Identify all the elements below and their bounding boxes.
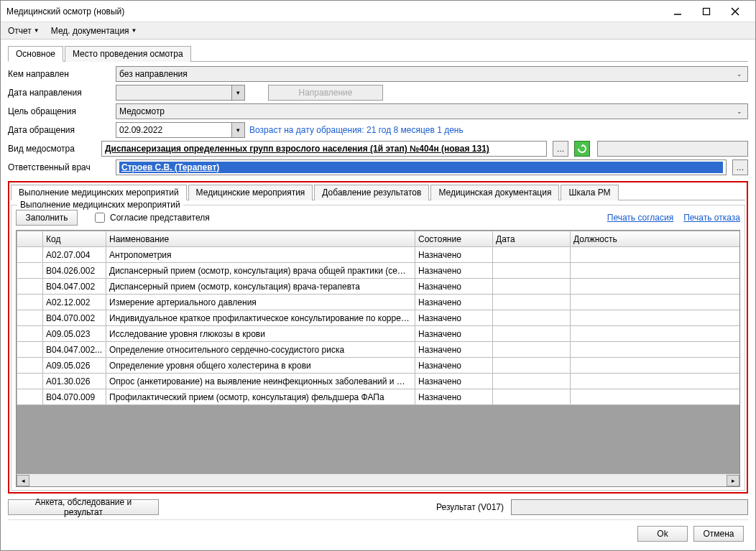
referral-button[interactable]: Направление [268, 85, 383, 101]
combo-doctor[interactable]: Строев С.В. (Терапевт) [116, 159, 727, 175]
tab-exec-events[interactable]: Выполнение медицинских мероприятий [11, 185, 187, 200]
table-row[interactable]: A09.05.026Определение уровня общего холе… [17, 358, 740, 374]
scroll-left-icon[interactable]: ◂ [17, 475, 29, 486]
combo-exam-type-text: Диспансеризация определенных групп взрос… [105, 144, 543, 154]
cell-position [571, 374, 740, 389]
label-exam-type: Вид медосмотра [8, 144, 101, 154]
calendar-dropdown-icon[interactable]: ▾ [231, 123, 244, 137]
tab-add-results[interactable]: Добавление результатов [314, 185, 429, 200]
consent-checkbox-wrap[interactable]: Согласие представителя [92, 210, 210, 225]
menu-report[interactable]: Отчет▼ [4, 24, 44, 37]
tab-place[interactable]: Место проведения осмотра [65, 46, 191, 62]
cell-code: A02.07.004 [43, 247, 106, 263]
cell-position [571, 295, 740, 310]
input-referral-date[interactable]: ▾ [116, 85, 245, 101]
row-marker [17, 358, 43, 374]
close-button[interactable] [721, 1, 750, 22]
col-name[interactable]: Наименование [106, 231, 415, 247]
table-row[interactable]: B04.047.002Диспансерный прием (осмотр, к… [17, 279, 740, 295]
content-area: Основное Место проведения осмотра Кем на… [1, 40, 755, 550]
scroll-right-icon[interactable]: ▸ [727, 475, 739, 486]
input-visit-date[interactable]: 02.09.2022 ▾ [116, 122, 245, 138]
titlebar: Медицинский осмотр (новый) [1, 1, 755, 22]
col-code[interactable]: Код [43, 231, 106, 247]
cell-code: B04.026.002 [43, 263, 106, 279]
label-referred-by: Кем направлен [8, 69, 116, 79]
cell-name: Диспансерный прием (осмотр, консультация… [106, 263, 415, 279]
table-row[interactable]: B04.070.009Профилактический прием (осмот… [17, 389, 740, 405]
cell-state: Назначено [415, 342, 493, 358]
calendar-dropdown-icon[interactable]: ▾ [231, 85, 244, 100]
cell-code: B04.070.009 [43, 389, 106, 405]
tab-scale-rm[interactable]: Шкала РМ [561, 185, 618, 200]
table-row[interactable]: A09.05.023Исследование уровня глюкозы в … [17, 326, 740, 342]
events-grid[interactable]: Код Наименование Состояние Дата Должност… [16, 230, 740, 487]
chevron-down-icon: ⌄ [734, 70, 745, 78]
cell-state: Назначено [415, 279, 493, 295]
top-tabs: Основное Место проведения осмотра [8, 45, 748, 62]
cell-state: Назначено [415, 389, 493, 405]
cell-date [493, 326, 571, 342]
minimize-button[interactable] [663, 1, 692, 22]
cell-name: Профилактический прием (осмотр, консульт… [106, 389, 415, 405]
result-field[interactable] [511, 499, 748, 515]
caret-down-icon: ▼ [132, 27, 137, 34]
table-row[interactable]: B04.070.002Индивидуальное краткое профил… [17, 310, 740, 326]
table-row[interactable]: B04.026.002Диспансерный прием (осмотр, к… [17, 263, 740, 279]
horizontal-scrollbar[interactable]: ◂ ▸ [17, 473, 739, 486]
table-row[interactable]: A02.07.004АнтропометрияНазначено [17, 247, 740, 263]
table-row[interactable]: A01.30.026Опрос (анкетирование) на выявл… [17, 374, 740, 389]
cell-code: A02.12.002 [43, 295, 106, 310]
row-marker [17, 326, 43, 342]
exam-extra-field[interactable] [597, 141, 748, 157]
cell-name: Определение относительного сердечно-сосу… [106, 342, 415, 358]
link-print-consent[interactable]: Печать согласия [607, 213, 673, 223]
col-marker[interactable] [17, 231, 43, 247]
maximize-button[interactable] [692, 1, 721, 22]
table-row[interactable]: A02.12.002Измерение артериального давлен… [17, 295, 740, 310]
input-visit-date-text: 02.09.2022 [116, 125, 231, 135]
cell-position [571, 263, 740, 279]
col-state[interactable]: Состояние [415, 231, 493, 247]
col-position[interactable]: Должность [571, 231, 740, 247]
window-title: Медицинский осмотр (новый) [6, 6, 663, 17]
fill-button[interactable]: Заполнить [16, 210, 78, 226]
table-row[interactable]: B04.047.002...Определение относительного… [17, 342, 740, 358]
cell-state: Назначено [415, 263, 493, 279]
cell-position [571, 342, 740, 358]
chevron-down-icon: ⌄ [734, 108, 745, 115]
tab-med-events[interactable]: Медицинские мероприятия [188, 185, 313, 200]
ok-button[interactable]: Ok [637, 526, 688, 542]
cell-state: Назначено [415, 358, 493, 374]
cell-name: Определение уровня общего холестерина в … [106, 358, 415, 374]
cancel-button[interactable]: Отмена [693, 526, 744, 542]
row-marker [17, 374, 43, 389]
label-purpose: Цель обращения [8, 106, 116, 116]
tab-main[interactable]: Основное [8, 46, 63, 62]
tab-med-doc[interactable]: Медицинская документация [430, 185, 559, 200]
cell-state: Назначено [415, 310, 493, 326]
cell-state: Назначено [415, 295, 493, 310]
exam-type-lookup-button[interactable]: … [553, 141, 568, 157]
menu-med-docs[interactable]: Мед. документация▼ [47, 24, 142, 37]
cell-date [493, 389, 571, 405]
cell-code: B04.070.002 [43, 310, 106, 326]
consent-checkbox[interactable] [95, 213, 105, 223]
refresh-button[interactable] [574, 141, 590, 157]
doctor-lookup-button[interactable]: … [732, 159, 748, 175]
col-date[interactable]: Дата [493, 231, 571, 247]
combo-referred-by[interactable]: без направления ⌄ [116, 66, 748, 82]
label-visit-date: Дата обращения [8, 125, 116, 135]
survey-button[interactable]: Анкета, обследование и результат [8, 499, 159, 515]
grid-header-row: Код Наименование Состояние Дата Должност… [17, 231, 740, 247]
combo-referred-by-text: без направления [119, 69, 734, 79]
combo-purpose[interactable]: Медосмотр ⌄ [116, 103, 748, 119]
cell-name: Антропометрия [106, 247, 415, 263]
link-print-refusal[interactable]: Печать отказа [683, 213, 740, 223]
cell-name: Исследование уровня глюкозы в крови [106, 326, 415, 342]
combo-exam-type[interactable]: Диспансеризация определенных групп взрос… [101, 141, 547, 157]
cell-name: Индивидуальное краткое профилактическое … [106, 310, 415, 326]
combo-purpose-text: Медосмотр [119, 106, 734, 116]
cell-position [571, 310, 740, 326]
label-responsible-doctor: Ответственный врач [8, 162, 116, 172]
